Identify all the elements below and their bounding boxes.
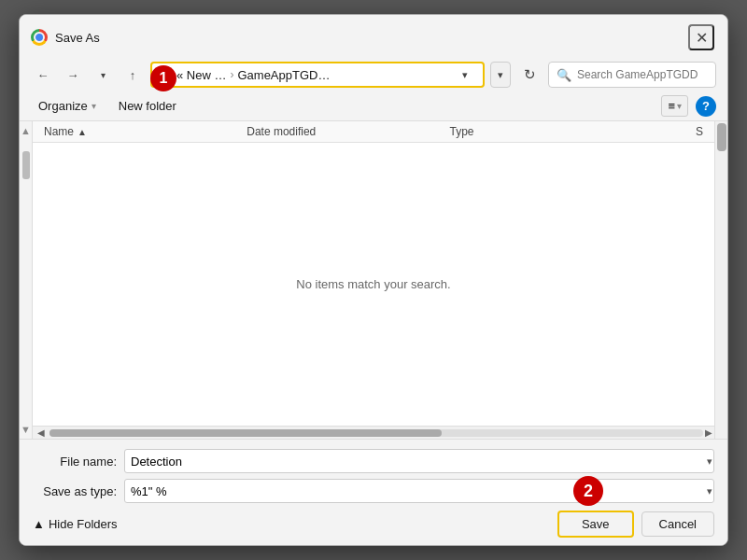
address-dropdown-button[interactable]: ▾ <box>490 62 511 88</box>
col-size-label: S <box>696 125 703 138</box>
cancel-button[interactable]: Cancel <box>641 511 714 537</box>
organize-label: Organize <box>38 99 88 113</box>
file-name-label: File name: <box>33 455 117 469</box>
toolbar: Organize ▾ New folder ≡ ▾ ? <box>20 91 727 121</box>
file-name-row: File name: ▾ <box>33 449 714 473</box>
refresh-button[interactable]: ↻ <box>516 62 543 88</box>
forward-button[interactable]: → <box>61 63 85 87</box>
breadcrumb-separator: › <box>230 68 233 81</box>
view-button[interactable]: ≡ ▾ <box>661 95 688 117</box>
save-button[interactable]: Save <box>557 511 634 538</box>
search-box[interactable]: 🔍 <box>548 62 716 88</box>
hide-folders-label: Hide Folders <box>49 517 118 531</box>
breadcrumb-box[interactable]: 🗂 « New … › GameAppTGD… ▾ <box>150 62 485 88</box>
organize-button[interactable]: Organize ▾ <box>31 96 104 116</box>
scroll-left-button[interactable]: ◀ <box>35 427 48 439</box>
buttons-row: ▲ Hide Folders Save Cancel <box>33 511 714 538</box>
bottom-form: File name: ▾ Save as type: ▾ ▲ Hide Fold… <box>20 439 727 545</box>
col-type-header[interactable]: Type <box>449 125 601 138</box>
column-headers: Name ▲ Date modified Type S <box>33 121 714 143</box>
save-as-input-wrap: ▾ <box>124 479 714 503</box>
new-folder-button[interactable]: New folder <box>111 96 184 116</box>
col-type-label: Type <box>449 125 473 138</box>
file-list-container: Name ▲ Date modified Type S No items mat… <box>33 121 714 439</box>
file-area: ▲ ▼ Name ▲ Date modified Type S <box>20 121 727 439</box>
new-folder-label: New folder <box>119 99 176 113</box>
back-button[interactable]: ← <box>31 63 55 87</box>
nav-bar: ← → ▾ ↑ 🗂 « New … › GameAppTGD… ▾ ▾ ↻ 🔍 <box>20 58 727 91</box>
hide-folders-button[interactable]: ▲ Hide Folders <box>33 517 118 531</box>
breadcrumb-folder-icon: 🗂 <box>160 67 173 82</box>
nav-dropdown-button[interactable]: ▾ <box>91 63 115 87</box>
dialog-title: Save As <box>55 31 681 45</box>
scroll-right-button[interactable]: ▶ <box>705 427 712 438</box>
left-scrollbar-thumb <box>22 151 30 179</box>
empty-message: No items match your search. <box>33 143 714 426</box>
breadcrumb-part1: « New … <box>176 68 226 82</box>
organize-arrow: ▾ <box>92 101 96 111</box>
close-button[interactable]: ✕ <box>688 24 714 50</box>
horizontal-scrollbar[interactable]: ◀ ▶ <box>33 426 714 439</box>
col-size-header[interactable]: S <box>601 125 703 138</box>
hide-folders-arrow: ▲ <box>33 517 45 531</box>
file-name-input-wrap: ▾ <box>124 449 714 473</box>
search-icon: 🔍 <box>557 68 571 82</box>
breadcrumb-dropdown-button[interactable]: ▾ <box>455 63 475 87</box>
right-scrollbar-thumb <box>717 123 726 151</box>
help-button[interactable]: ? <box>696 96 716 117</box>
scrollbar-thumb <box>49 429 442 437</box>
col-name-sort-icon: ▲ <box>78 127 87 137</box>
file-name-input[interactable] <box>124 449 714 473</box>
view-arrow: ▾ <box>677 101 682 111</box>
col-date-header[interactable]: Date modified <box>247 125 449 138</box>
scrollbar-track <box>49 429 703 437</box>
search-input[interactable] <box>577 68 708 81</box>
save-as-input[interactable] <box>124 479 714 503</box>
breadcrumb-part2: GameAppTGD… <box>237 68 330 82</box>
left-nav-down-arrow[interactable]: ▼ <box>21 424 31 435</box>
left-nav-up-arrow[interactable]: ▲ <box>21 125 31 136</box>
col-date-label: Date modified <box>247 125 316 138</box>
up-button[interactable]: ↑ <box>120 63 145 87</box>
col-name-label: Name <box>44 125 74 138</box>
save-as-label: Save as type: <box>33 484 117 498</box>
title-bar: Save As ✕ <box>20 15 727 58</box>
app-icon <box>31 29 48 46</box>
view-icon: ≡ <box>668 99 675 113</box>
empty-message-text: No items match your search. <box>296 277 450 291</box>
save-as-type-row: Save as type: ▾ <box>33 479 714 503</box>
right-scrollbar <box>714 121 727 439</box>
left-nav: ▲ ▼ <box>20 121 33 439</box>
save-as-dialog: Save As ✕ ← → ▾ ↑ 🗂 « New … › GameAppTGD… <box>19 14 728 546</box>
col-name-header[interactable]: Name ▲ <box>44 125 247 138</box>
